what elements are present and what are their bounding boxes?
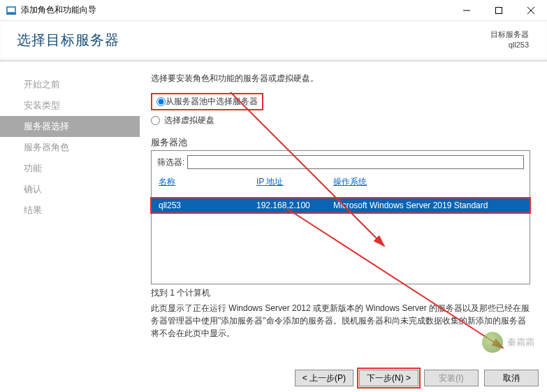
server-pool-label: 服务器池 [151, 136, 530, 149]
intro-text: 选择要安装角色和功能的服务器或虚拟硬盘。 [151, 73, 530, 85]
radio-select-from-pool-highlight: 从服务器池中选择服务器 [151, 93, 263, 110]
button-bar: < 上一步(P) 下一步(N) > 安装(I) 取消 [295, 370, 539, 386]
svg-rect-1 [8, 8, 15, 12]
filter-input[interactable] [187, 155, 524, 169]
title-bar: 添加角色和功能向导 [0, 0, 547, 21]
page-title: 选择目标服务器 [17, 31, 530, 50]
destination-box: 目标服务器 qll253 [490, 29, 529, 51]
server-row-highlight: qll253 192.168.2.100 Microsoft Windows S… [150, 197, 531, 214]
watermark-avatar-icon [482, 332, 503, 353]
next-button[interactable]: 下一步(N) > [359, 370, 418, 386]
server-row-name: qll253 [159, 201, 256, 210]
close-button[interactable] [515, 0, 547, 21]
window-title: 添加角色和功能向导 [21, 4, 96, 16]
column-header-name[interactable]: 名称 [159, 176, 256, 188]
sidebar-item-confirmation[interactable]: 确认 [0, 179, 140, 200]
destination-label: 目标服务器 [490, 29, 529, 40]
svg-rect-4 [496, 7, 502, 13]
column-header-ip[interactable]: IP 地址 [256, 176, 333, 188]
sidebar-item-installation-type[interactable]: 安装类型 [0, 95, 140, 116]
server-row-os: Microsoft Windows Server 2019 Standard [333, 201, 523, 210]
sidebar-item-before-you-begin[interactable]: 开始之前 [0, 74, 140, 95]
wizard-main: 选择要安装角色和功能的服务器或虚拟硬盘。 从服务器池中选择服务器 选择虚拟硬盘 … [140, 61, 547, 362]
radio-select-vhd-label: 选择虚拟硬盘 [164, 115, 214, 126]
found-count: 找到 1 个计算机 [151, 287, 530, 299]
server-pool-box: 筛选器: 名称 IP 地址 操作系统 qll253 192.168.2.100 … [151, 150, 530, 284]
watermark-text: 秦霜霜 [507, 336, 534, 349]
radio-select-from-pool[interactable] [156, 97, 166, 106]
watermark: 秦霜霜 [482, 332, 534, 353]
maximize-button[interactable] [483, 0, 515, 21]
destination-value: qll253 [490, 40, 529, 50]
server-row-ip: 192.168.2.100 [256, 201, 333, 210]
cancel-button[interactable]: 取消 [484, 370, 539, 386]
sidebar-item-features[interactable]: 功能 [0, 158, 140, 179]
column-header-os[interactable]: 操作系统 [333, 176, 523, 188]
wizard-sidebar: 开始之前 安装类型 服务器选择 服务器角色 功能 确认 结果 [0, 61, 140, 362]
radio-select-from-pool-label: 从服务器池中选择服务器 [166, 96, 258, 108]
minimize-button[interactable] [451, 0, 483, 21]
filter-label: 筛选器: [157, 157, 184, 168]
sidebar-item-results[interactable]: 结果 [0, 200, 140, 221]
radio-select-vhd[interactable] [151, 116, 160, 125]
app-icon [6, 5, 17, 16]
wizard-header: 选择目标服务器 目标服务器 qll253 [0, 21, 547, 61]
server-row[interactable]: qll253 192.168.2.100 Microsoft Windows S… [152, 198, 530, 212]
sidebar-item-server-selection[interactable]: 服务器选择 [0, 116, 140, 137]
install-button[interactable]: 安装(I) [424, 370, 479, 386]
column-headers: 名称 IP 地址 操作系统 [152, 173, 530, 193]
description-text: 此页显示了正在运行 Windows Server 2012 或更新版本的 Win… [151, 302, 530, 340]
sidebar-item-server-roles[interactable]: 服务器角色 [0, 137, 140, 158]
svg-rect-2 [6, 13, 16, 15]
previous-button[interactable]: < 上一步(P) [295, 370, 353, 386]
